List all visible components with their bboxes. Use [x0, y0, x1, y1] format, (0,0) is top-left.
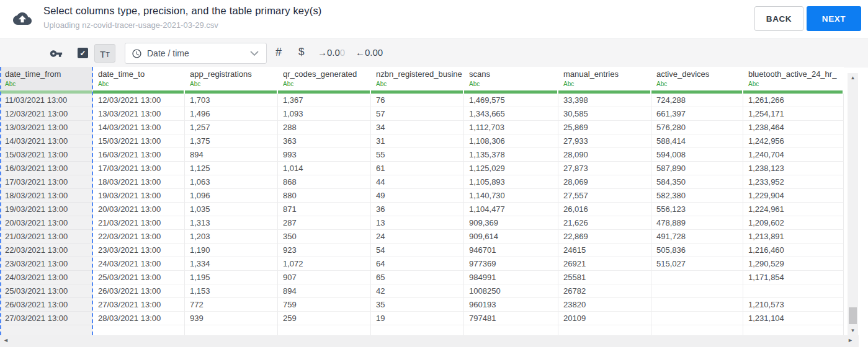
- table-cell[interactable]: 26921: [558, 257, 651, 271]
- table-cell[interactable]: 1,125: [185, 162, 278, 175]
- table-cell[interactable]: 909,614: [464, 230, 558, 244]
- table-cell[interactable]: 363: [278, 134, 371, 148]
- table-cell[interactable]: 1,367: [278, 94, 371, 107]
- increase-precision-button[interactable]: ←0.00: [356, 47, 383, 58]
- table-cell[interactable]: 1,233,952: [743, 175, 844, 189]
- table-cell[interactable]: 26,016: [558, 203, 651, 216]
- table-cell[interactable]: 36: [371, 203, 464, 216]
- table-cell[interactable]: 960193: [464, 298, 558, 312]
- table-cell[interactable]: 24: [371, 230, 464, 244]
- table-cell[interactable]: 946701: [464, 244, 558, 257]
- table-cell[interactable]: 1,238,123: [743, 162, 844, 175]
- table-cell[interactable]: 64: [371, 257, 464, 271]
- table-cell[interactable]: 21/03/2021 13:00: [0, 230, 93, 244]
- table-cell[interactable]: 1,014: [278, 162, 371, 175]
- table-cell[interactable]: 11/03/2021 13:00: [0, 94, 93, 107]
- table-cell[interactable]: 1,469,575: [464, 94, 558, 107]
- table-cell[interactable]: 22,869: [558, 230, 651, 244]
- table-cell[interactable]: 1,343,665: [464, 107, 558, 121]
- table-cell[interactable]: 588,414: [651, 134, 743, 148]
- column-enabled-checkbox[interactable]: ✓: [78, 48, 88, 58]
- table-cell[interactable]: 1,203: [185, 230, 278, 244]
- column-header-active_devices[interactable]: active_devicesAbc: [651, 67, 743, 94]
- table-cell[interactable]: 582,380: [651, 189, 743, 203]
- table-cell[interactable]: 576,280: [651, 121, 743, 134]
- table-cell[interactable]: 17/03/2021 13:00: [0, 175, 93, 189]
- table-cell[interactable]: 977369: [464, 257, 558, 271]
- table-cell[interactable]: 23/03/2021 13:00: [0, 257, 93, 271]
- table-cell[interactable]: 1,108,306: [464, 134, 558, 148]
- table-cell[interactable]: 1,375: [185, 134, 278, 148]
- table-cell[interactable]: 76: [371, 94, 464, 107]
- table-cell[interactable]: 1,313: [185, 216, 278, 230]
- table-cell[interactable]: 1,153: [185, 284, 278, 298]
- table-cell[interactable]: 1,096: [185, 189, 278, 203]
- table-cell[interactable]: [651, 284, 743, 298]
- table-cell[interactable]: 1,213,891: [743, 230, 844, 244]
- table-cell[interactable]: [185, 325, 278, 335]
- table-cell[interactable]: 27,557: [558, 189, 651, 203]
- table-cell[interactable]: 26/03/2021 13:00: [93, 284, 185, 298]
- table-cell[interactable]: 939: [185, 312, 278, 325]
- table-cell[interactable]: 1,254,171: [743, 107, 844, 121]
- table-cell[interactable]: 1,093: [278, 107, 371, 121]
- column-header-date_time_to[interactable]: date_time_toAbc: [93, 67, 185, 94]
- scroll-right-icon[interactable]: ►: [848, 337, 853, 343]
- table-cell[interactable]: 1,224,961: [743, 203, 844, 216]
- table-cell[interactable]: 25/03/2021 13:00: [93, 271, 185, 284]
- currency-type-button[interactable]: $: [298, 46, 304, 58]
- table-cell[interactable]: 1,334: [185, 257, 278, 271]
- table-cell[interactable]: 1,063: [185, 175, 278, 189]
- table-cell[interactable]: 30,585: [558, 107, 651, 121]
- table-cell[interactable]: 26/03/2021 13:00: [0, 298, 93, 312]
- table-cell[interactable]: [464, 325, 558, 335]
- table-cell[interactable]: 28,090: [558, 148, 651, 162]
- table-cell[interactable]: [651, 312, 743, 325]
- table-cell[interactable]: 27/03/2021 13:00: [0, 312, 93, 325]
- table-cell[interactable]: 13: [371, 216, 464, 230]
- column-header-scans[interactable]: scansAbc: [464, 67, 558, 94]
- table-cell[interactable]: 993: [278, 148, 371, 162]
- table-cell[interactable]: 12/03/2021 13:00: [93, 94, 185, 107]
- vertical-scroll-thumb[interactable]: [849, 307, 857, 324]
- table-cell[interactable]: 61: [371, 162, 464, 175]
- table-cell[interactable]: 20/03/2021 13:00: [0, 216, 93, 230]
- table-cell[interactable]: [651, 271, 743, 284]
- table-cell[interactable]: 1,261,266: [743, 94, 844, 107]
- table-cell[interactable]: 1,496: [185, 107, 278, 121]
- table-cell[interactable]: 1,216,460: [743, 244, 844, 257]
- table-cell[interactable]: 907: [278, 271, 371, 284]
- table-cell[interactable]: 15/03/2021 13:00: [0, 148, 93, 162]
- table-cell[interactable]: 55: [371, 148, 464, 162]
- table-cell[interactable]: 1,257: [185, 121, 278, 134]
- table-cell[interactable]: [93, 325, 185, 335]
- column-header-bluetooth_active_24_hr_[interactable]: bluetooth_active_24_hr_Abc: [743, 67, 844, 94]
- table-cell[interactable]: [743, 284, 844, 298]
- decrease-precision-button[interactable]: →0.00: [318, 47, 345, 58]
- table-cell[interactable]: 1,105,893: [464, 175, 558, 189]
- column-header-nzbn_registered_busine[interactable]: nzbn_registered_busineAbc: [371, 67, 464, 94]
- table-cell[interactable]: 35: [371, 298, 464, 312]
- table-cell[interactable]: 1,229,904: [743, 189, 844, 203]
- table-cell[interactable]: 49: [371, 189, 464, 203]
- table-cell[interactable]: 556,123: [651, 203, 743, 216]
- column-header-qr_codes_generated[interactable]: qr_codes_generatedAbc: [278, 67, 371, 94]
- column-header-manual_entries[interactable]: manual_entriesAbc: [558, 67, 651, 94]
- table-cell[interactable]: 19/03/2021 13:00: [0, 203, 93, 216]
- table-cell[interactable]: 797481: [464, 312, 558, 325]
- table-cell[interactable]: 1,140,730: [464, 189, 558, 203]
- table-cell[interactable]: 287: [278, 216, 371, 230]
- table-cell[interactable]: [743, 325, 844, 335]
- table-cell[interactable]: 12/03/2021 13:00: [0, 107, 93, 121]
- table-cell[interactable]: 984991: [464, 271, 558, 284]
- table-cell[interactable]: 19/03/2021 13:00: [93, 189, 185, 203]
- next-button[interactable]: NEXT: [807, 6, 861, 31]
- table-cell[interactable]: [558, 325, 651, 335]
- table-cell[interactable]: 868: [278, 175, 371, 189]
- table-cell[interactable]: 1,125,029: [464, 162, 558, 175]
- table-cell[interactable]: 13/03/2021 13:00: [0, 121, 93, 134]
- table-cell[interactable]: 28/03/2021 13:00: [93, 312, 185, 325]
- table-cell[interactable]: 515,027: [651, 257, 743, 271]
- table-cell[interactable]: 13/03/2021 13:00: [93, 107, 185, 121]
- table-cell[interactable]: [278, 325, 371, 335]
